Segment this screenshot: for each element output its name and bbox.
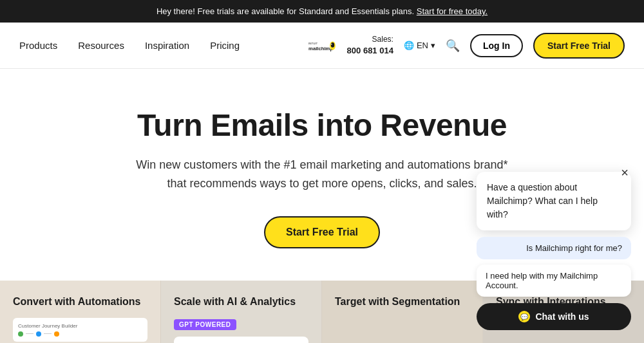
chat-reply-bubble: I need help with my Mailchimp Account. (477, 264, 631, 297)
nav-link-resources[interactable]: Resources (78, 40, 124, 51)
chat-button-label: Chat with us (535, 311, 589, 322)
login-button[interactable]: Log In (470, 34, 523, 57)
journey-dots (18, 331, 142, 337)
hero-subtext: Win new customers with the #1 email mark… (129, 156, 515, 193)
connector (26, 333, 33, 334)
language-selector[interactable]: 🌐 EN ▾ (404, 41, 435, 50)
feature-automations-title: Convert with Automations (13, 296, 147, 308)
sales-info: Sales: 800 681 014 (347, 34, 393, 57)
journey-label: Customer Journey Builder (18, 323, 142, 329)
feature-segmentation-title: Target with Segmentation (335, 296, 469, 308)
chat-main-message: Have a question about Mailchimp? What ca… (477, 172, 631, 230)
dot-orange (54, 331, 59, 337)
nav-actions: Sales: 800 681 014 🌐 EN ▾ 🔍 Log In Start… (347, 33, 625, 59)
nav-link-pricing[interactable]: Pricing (210, 40, 240, 51)
lang-label: EN (417, 41, 428, 50)
connector2 (44, 333, 52, 334)
feature-card-segmentation: Target with Segmentation (322, 281, 483, 343)
sales-number: 800 681 014 (347, 45, 393, 57)
chat-icon: 💬 (518, 311, 530, 322)
chevron-down-icon: ▾ (431, 41, 435, 50)
feature-card-ai: Scale with AI & Analytics GPT POWERED Ge… (161, 281, 322, 343)
svg-text:mailchimp: mailchimp (308, 45, 333, 51)
svg-point-3 (331, 42, 335, 48)
start-free-trial-nav-button[interactable]: Start Free Trial (533, 33, 625, 59)
hero-headline: Turn Emails into Revenue (13, 107, 631, 143)
feature-card-automations: Convert with Automations Customer Journe… (0, 281, 161, 343)
generate-email-card: Generate Email Based on your industry, e… (174, 337, 308, 343)
logo-icon: INTUIT mailchimp (308, 32, 336, 60)
mailchimp-logo[interactable]: INTUIT mailchimp (308, 32, 336, 60)
chat-user-bubble: Is Mailchimp right for me? (477, 237, 631, 259)
chat-close-button[interactable]: × (621, 165, 629, 180)
start-free-trial-hero-button[interactable]: Start Free Trial (264, 216, 380, 248)
search-icon: 🔍 (446, 39, 460, 52)
navigation: Products Resources Inspiration Pricing I… (0, 23, 644, 69)
journey-builder-mockup: Customer Journey Builder (13, 318, 147, 342)
dot-blue (36, 331, 41, 337)
dot-green (18, 331, 23, 337)
svg-text:INTUIT: INTUIT (308, 41, 317, 44)
sales-label: Sales: (347, 34, 393, 45)
gpt-badge: GPT POWERED (174, 319, 236, 330)
nav-link-products[interactable]: Products (19, 40, 57, 51)
nav-links: Products Resources Inspiration Pricing (19, 40, 240, 51)
svg-point-4 (331, 43, 332, 44)
banner-link[interactable]: Start for free today. (417, 6, 488, 16)
feature-ai-title: Scale with AI & Analytics (174, 296, 308, 308)
banner-text: Hey there! Free trials are available for… (156, 6, 417, 16)
search-button[interactable]: 🔍 (446, 39, 460, 53)
top-banner: Hey there! Free trials are available for… (0, 0, 644, 23)
nav-link-inspiration[interactable]: Inspiration (145, 40, 189, 51)
chat-with-us-button[interactable]: 💬 Chat with us (477, 303, 631, 330)
logo-container: INTUIT mailchimp (308, 32, 336, 60)
chat-widget: × Have a question about Mailchimp? What … (477, 172, 631, 330)
globe-icon: 🌐 (404, 41, 414, 50)
